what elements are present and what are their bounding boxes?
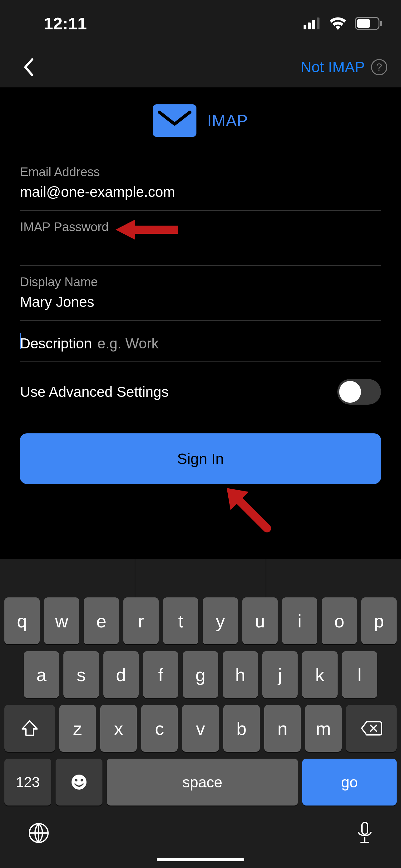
suggestion-slot[interactable] (135, 559, 266, 597)
signin-form: Email Address mail@one-example.com IMAP … (0, 156, 401, 484)
key-n[interactable]: n (264, 705, 301, 752)
home-indicator[interactable] (157, 858, 244, 861)
description-placeholder: e.g. Work (97, 335, 159, 352)
svg-rect-6 (380, 21, 382, 26)
svg-point-8 (75, 779, 77, 781)
key-o[interactable]: o (322, 597, 357, 644)
mail-icon (153, 104, 196, 137)
key-z[interactable]: z (59, 705, 96, 752)
suggestion-slot[interactable] (266, 559, 397, 597)
svg-rect-5 (357, 19, 370, 28)
backspace-icon (360, 720, 382, 736)
key-v[interactable]: v (182, 705, 219, 752)
shift-key[interactable] (4, 705, 55, 752)
keyboard: qwertyuiop asdfghjkl zxcvbnm 123 space g… (0, 559, 401, 868)
display-name-label: Display Name (20, 275, 381, 289)
sign-in-button[interactable]: Sign In (20, 433, 381, 484)
svg-rect-1 (308, 23, 311, 29)
svg-rect-2 (312, 20, 315, 29)
emoji-key[interactable] (56, 758, 102, 806)
password-value (20, 238, 381, 256)
key-d[interactable]: d (103, 651, 139, 698)
key-p[interactable]: p (361, 597, 397, 644)
key-j[interactable]: j (262, 651, 298, 698)
status-bar: 12:11 (0, 0, 401, 47)
emoji-icon (70, 773, 88, 791)
account-type-label: IMAP (207, 111, 248, 130)
key-a[interactable]: a (24, 651, 59, 698)
key-x[interactable]: x (100, 705, 137, 752)
key-h[interactable]: h (223, 651, 258, 698)
key-l[interactable]: l (342, 651, 377, 698)
key-s[interactable]: s (63, 651, 99, 698)
globe-icon (28, 823, 49, 844)
battery-icon (355, 17, 382, 30)
key-q[interactable]: q (4, 597, 40, 644)
key-w[interactable]: w (44, 597, 79, 644)
dictation-key[interactable] (357, 822, 373, 845)
key-i[interactable]: i (282, 597, 317, 644)
description-label: Description (20, 335, 92, 352)
key-g[interactable]: g (183, 651, 218, 698)
key-f[interactable]: f (143, 651, 178, 698)
key-m[interactable]: m (305, 705, 342, 752)
key-u[interactable]: u (242, 597, 278, 644)
svg-rect-3 (317, 18, 320, 29)
email-value: mail@one-example.com (20, 183, 381, 202)
display-name-field[interactable]: Display Name Mary Jones (20, 266, 381, 320)
email-field[interactable]: Email Address mail@one-example.com (20, 156, 381, 211)
account-type-header: IMAP (0, 88, 401, 156)
key-k[interactable]: k (302, 651, 337, 698)
svg-rect-0 (304, 25, 306, 29)
chevron-left-icon (23, 58, 33, 76)
microphone-icon (357, 822, 373, 844)
key-y[interactable]: y (203, 597, 238, 644)
key-b[interactable]: b (223, 705, 260, 752)
advanced-settings-toggle[interactable] (337, 379, 381, 405)
suggestion-slot[interactable] (4, 559, 135, 597)
description-field[interactable]: Description e.g. Work (20, 320, 381, 362)
nav-right: Not IMAP ? (301, 58, 387, 75)
password-label: IMAP Password (20, 220, 381, 234)
email-label: Email Address (20, 165, 381, 179)
svg-point-9 (80, 779, 83, 781)
key-e[interactable]: e (84, 597, 119, 644)
status-time: 12:11 (44, 14, 87, 33)
advanced-settings-row: Use Advanced Settings (20, 362, 381, 422)
nav-bar: Not IMAP ? (0, 47, 401, 88)
display-name-value: Mary Jones (20, 293, 381, 312)
cellular-icon (304, 18, 321, 29)
svg-point-7 (71, 775, 87, 789)
not-imap-link[interactable]: Not IMAP (301, 58, 365, 75)
numbers-key[interactable]: 123 (4, 758, 51, 806)
globe-key[interactable] (28, 823, 49, 845)
key-t[interactable]: t (163, 597, 198, 644)
wifi-icon (329, 17, 347, 30)
status-icons (304, 17, 382, 30)
svg-rect-11 (362, 823, 368, 834)
go-key[interactable]: go (302, 758, 397, 806)
text-cursor (20, 333, 21, 349)
space-key[interactable]: space (107, 758, 298, 806)
shift-icon (21, 720, 38, 737)
backspace-key[interactable] (346, 705, 397, 752)
key-r[interactable]: r (123, 597, 159, 644)
keyboard-suggestion-bar (4, 559, 397, 597)
password-field[interactable]: IMAP Password (20, 211, 381, 266)
help-icon[interactable]: ? (371, 59, 387, 75)
advanced-settings-label: Use Advanced Settings (20, 383, 169, 400)
key-c[interactable]: c (141, 705, 178, 752)
back-button[interactable] (19, 58, 37, 76)
annotation-arrow-signin (225, 486, 272, 533)
